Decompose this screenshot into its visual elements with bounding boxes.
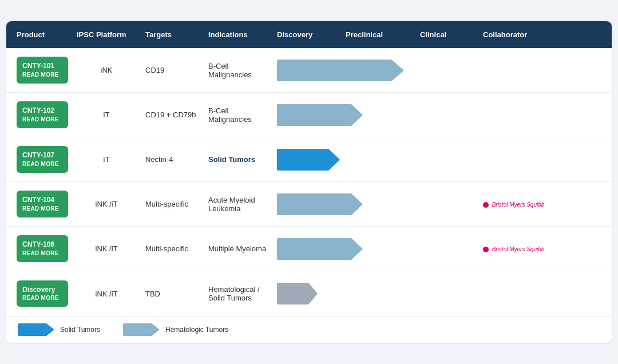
clinical-cell [415, 289, 478, 298]
legend-tip-blue [46, 323, 54, 336]
bms-name: Bristol Myers Squibb [492, 246, 545, 252]
progress-arrow-gray [277, 283, 318, 304]
col-header-collaborator: Collaborator [478, 21, 561, 48]
indications-cell: Hematological / Solid Tumors [204, 280, 272, 307]
collaborator-cell [478, 155, 561, 164]
targets-cell: Multi-specific [141, 240, 204, 258]
read-more-label: READ MORE [22, 160, 62, 168]
clinical-cell [415, 110, 478, 120]
clinical-cell [415, 155, 478, 164]
legend-body-blue [18, 323, 46, 336]
indications-cell: Multiple Myeloma [204, 240, 272, 258]
product-name: Discovery [22, 285, 62, 295]
table-row: CNTY-101 READ MORE iNK CD19 B-Cell Malig… [6, 48, 612, 93]
bms-logo-icon [483, 202, 489, 208]
platform-cell: iNK /iT [72, 240, 141, 258]
progress-arrow-medium [277, 104, 363, 126]
product-name: CNTY-106 [22, 240, 62, 250]
collaborator-cell [478, 110, 561, 120]
platform-cell: iNK [72, 61, 141, 79]
collaborator-cell [478, 289, 561, 298]
product-name: CNTY-102 [22, 106, 62, 116]
legend-solid-tumors: Solid Tumors [18, 323, 100, 336]
platform-cell: iT [72, 151, 141, 168]
col-header-product: Product [12, 21, 72, 48]
solid-tumors-arrow-icon [18, 323, 54, 336]
product-button-cnty107[interactable]: CNTY-107 READ MORE [17, 146, 68, 173]
table-header: Product iPSC Platform Targets Indication… [6, 21, 612, 48]
product-cell: CNTY-101 READ MORE [12, 52, 72, 88]
table-row: CNTY-107 READ MORE iT Nectin-4 Solid Tum… [6, 137, 612, 182]
clinical-cell [415, 200, 478, 209]
table-row: Discovery READ MORE iNK /iT TBD Hematolo… [6, 271, 612, 316]
platform-cell: iNK /iT [72, 285, 141, 303]
legend-tip-teal [152, 323, 160, 336]
collaborator-cell-bms: Bristol Myers Squibb [478, 195, 561, 213]
product-cell: CNTY-104 READ MORE [12, 186, 72, 222]
indications-cell: B-Cell Malignancies [204, 57, 272, 84]
product-cell: CNTY-106 READ MORE [12, 231, 72, 267]
progress-arrow-long [277, 60, 404, 81]
clinical-cell [415, 66, 478, 75]
col-header-targets: Targets [141, 21, 204, 48]
arrow-cell [272, 231, 415, 267]
product-button-cnty101[interactable]: CNTY-101 READ MORE [17, 57, 68, 84]
product-name: CNTY-104 [22, 195, 62, 205]
indications-cell: Solid Tumors [204, 151, 272, 168]
indications-cell: Acute Myeloid Leukemia [204, 191, 272, 217]
platform-cell: iT [72, 106, 141, 124]
hematologic-tumors-arrow-icon [123, 323, 160, 336]
pipeline-table: Product iPSC Platform Targets Indication… [6, 21, 612, 343]
progress-arrow-blue [277, 149, 340, 171]
bms-name: Bristol Myers Squibb [492, 201, 545, 208]
product-button-cnty102[interactable]: CNTY-102 READ MORE [17, 101, 68, 128]
progress-arrow-medium [277, 238, 363, 260]
collaborator-cell [478, 66, 561, 75]
read-more-label: READ MORE [22, 250, 62, 258]
read-more-label: READ MORE [22, 71, 62, 79]
solid-tumors-label: Solid Tumors [60, 326, 100, 334]
bms-logo-icon [483, 247, 489, 252]
product-button-cnty104[interactable]: CNTY-104 READ MORE [17, 191, 68, 217]
clinical-cell [415, 244, 478, 254]
product-name: CNTY-107 [22, 151, 62, 160]
read-more-label: READ MORE [22, 205, 62, 213]
targets-cell: Nectin-4 [141, 151, 204, 168]
table-row: CNTY-106 READ MORE iNK /iT Multi-specifi… [6, 227, 612, 271]
arrow-cell [272, 53, 415, 88]
collaborator-cell-bms: Bristol Myers Squibb [478, 240, 561, 258]
targets-cell: TBD [141, 285, 204, 303]
read-more-label: READ MORE [22, 294, 62, 302]
targets-cell: CD19 + CD79b [141, 106, 204, 124]
table-body: CNTY-101 READ MORE iNK CD19 B-Cell Malig… [6, 48, 612, 316]
legend: Solid Tumors Hematologic Tumors [6, 316, 612, 343]
table-row: CNTY-102 READ MORE iT CD19 + CD79b B-Cel… [6, 93, 612, 137]
arrow-cell [272, 276, 415, 311]
read-more-label: READ MORE [22, 116, 62, 124]
arrow-cell [272, 97, 415, 133]
targets-cell: Multi-specific [141, 195, 204, 213]
arrow-cell [272, 142, 415, 177]
col-header-discovery: Discovery [272, 21, 341, 48]
progress-arrow-medium [277, 193, 363, 215]
legend-body-teal [123, 323, 152, 336]
arrow-cell [272, 187, 415, 222]
indications-cell: B-Cell Malignancies [204, 102, 272, 128]
product-cell: Discovery READ MORE [12, 276, 72, 312]
legend-hematologic-tumors: Hematologic Tumors [123, 323, 228, 336]
product-name: CNTY-101 [22, 61, 62, 71]
platform-cell: iNK /iT [72, 195, 141, 213]
targets-cell: CD19 [141, 61, 204, 79]
product-cell: CNTY-102 READ MORE [12, 97, 72, 133]
col-header-indications: Indications [204, 21, 272, 48]
col-header-preclinical: Preclinical [341, 21, 415, 48]
product-button-cnty106[interactable]: CNTY-106 READ MORE [17, 235, 68, 262]
hematologic-tumors-label: Hematologic Tumors [165, 326, 228, 334]
table-row: CNTY-104 READ MORE iNK /iT Multi-specifi… [6, 182, 612, 227]
col-header-ipsc: iPSC Platform [72, 21, 141, 48]
product-cell: CNTY-107 READ MORE [12, 141, 72, 177]
col-header-clinical: Clinical [415, 21, 478, 48]
product-button-discovery[interactable]: Discovery READ MORE [17, 280, 68, 307]
